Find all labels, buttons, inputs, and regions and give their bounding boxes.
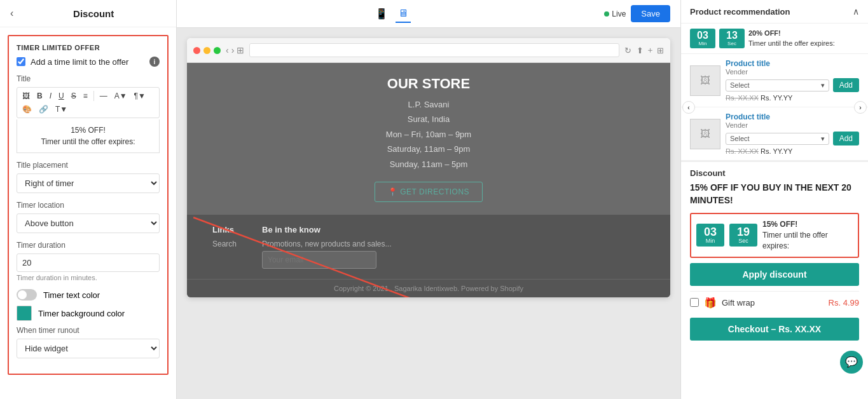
toolbar-strikethrough-btn[interactable]: S	[69, 90, 79, 102]
price-original-1: Rs. XX.XX	[726, 94, 759, 102]
timer-sec-2-number: 19	[734, 226, 752, 238]
share-btn[interactable]: ⬆	[637, 44, 644, 56]
product-prices-2: Rs. XX.XX Rs. YY.YY	[726, 147, 859, 155]
right-panel: Product recommendation ∧ 03 Min 13 Sec 2…	[680, 0, 868, 399]
toolbar-color-fill-btn[interactable]: 🎨	[20, 104, 34, 115]
right-panel-scroll: Product recommendation ∧ 03 Min 13 Sec 2…	[681, 0, 868, 399]
gift-wrap-checkbox[interactable]	[690, 298, 699, 307]
get-directions-btn[interactable]: 📍 GET DIRECTIONS	[375, 182, 483, 202]
title-placement-group: Title placement Right of timer Above tim…	[17, 161, 160, 193]
product-item-1: 🖼 Product title Vender Select ▾ Add Rs. …	[681, 54, 868, 107]
timer-text-1-line2: Timer until the offer expires:	[748, 39, 835, 48]
title-placement-select[interactable]: Right of timer Above timer Below timer	[17, 173, 160, 193]
live-dot	[604, 11, 609, 17]
toolbar-align-btn[interactable]: ≡	[81, 90, 90, 102]
browser-forward-btn[interactable]: ›	[231, 45, 235, 55]
timer-sec-1-unit: Sec	[723, 41, 741, 46]
traffic-light-red[interactable]	[193, 47, 200, 54]
product-title-1[interactable]: Product title	[726, 59, 859, 68]
price-discounted-2: Rs. YY.YY	[761, 147, 792, 155]
timer-min-2-number: 03	[701, 226, 719, 238]
add-time-limit-label: Add a time limit to the offer	[31, 57, 128, 67]
select-label-2: Select	[730, 135, 750, 142]
timer-text-color-toggle[interactable]	[17, 289, 37, 301]
toolbar-italic-btn[interactable]: I	[47, 90, 54, 102]
toolbar-underline-btn[interactable]: U	[56, 90, 67, 102]
title-placement-label: Title placement	[17, 161, 160, 170]
price-discounted-1: Rs. YY.YY	[761, 94, 792, 102]
add-product-btn-2[interactable]: Add	[833, 132, 859, 145]
toolbar-link-btn[interactable]: 🔗	[36, 104, 51, 115]
store-info: L.P. Savani Surat, India Mon – Fri, 10am…	[386, 97, 471, 172]
add-time-limit-row: Add a time limit to the offer i	[17, 57, 160, 67]
title-editor[interactable]: 15% OFF! Timer until the offer expires:	[17, 119, 160, 153]
add-time-limit-checkbox[interactable]	[17, 57, 25, 66]
discount-section: Discount 15% OFF IF YOU BUY IN THE NEXT …	[681, 161, 868, 347]
timer-bg-color-swatch[interactable]	[17, 306, 32, 321]
apply-discount-btn[interactable]: Apply discount	[690, 263, 859, 286]
select-variants-1[interactable]: Select ▾	[726, 79, 829, 91]
price-original-2: Rs. XX.XX	[726, 147, 759, 155]
browser-chrome: ‹ › ⊞ ↻ ⬆ ＋ ⊞	[187, 38, 670, 63]
browser-content: OUR STORE L.P. Savani Surat, India Mon –…	[187, 63, 670, 297]
toolbar-image-btn[interactable]: 🖼	[20, 90, 32, 102]
traffic-light-green[interactable]	[214, 47, 221, 54]
footer-bottom: Copyright © 2021 , Sagarika Identixweb. …	[187, 279, 670, 297]
chat-bubble-area: 💬	[681, 347, 868, 379]
timer-location-group: Timer location Above button Below button	[17, 201, 160, 233]
panel-title: Discount	[21, 8, 166, 19]
product-rec-title: Product recommendation	[690, 7, 790, 17]
footer-links-search: Search	[212, 240, 237, 248]
timer-text-1: 20% OFF! Timer until the offer expires:	[748, 29, 835, 48]
store-name: L.P. Savani	[386, 97, 471, 112]
timer-block-sec-1: 13 Sec	[719, 29, 745, 48]
info-icon[interactable]: i	[149, 57, 160, 67]
timer-duration-input[interactable]	[17, 254, 160, 272]
gift-wrap-label: Gift wrap	[722, 298, 823, 308]
timer-block-sec-2: 19 Sec	[729, 224, 757, 247]
toolbar-text-btn[interactable]: T▼	[53, 104, 70, 115]
chat-bubble[interactable]: 💬	[840, 351, 863, 374]
address-bar[interactable]	[249, 43, 619, 57]
timer-block-min-1: 03 Min	[690, 29, 715, 48]
toolbar-divider-1	[93, 91, 94, 101]
timer-text-2-line1: 15% OFF!	[762, 219, 853, 230]
toolbar-bold-btn[interactable]: B	[34, 90, 45, 102]
timer-widget-top: 03 Min 13 Sec 20% OFF! Timer until the o…	[681, 24, 868, 54]
product-item-2: 🖼 Product title Vender Select ▾ Add Rs. …	[681, 107, 868, 161]
product-prices-1: Rs. XX.XX Rs. YY.YY	[726, 94, 859, 102]
timer-location-select[interactable]: Above button Below button	[17, 213, 160, 233]
toolbar-para-btn[interactable]: ¶▼	[132, 90, 148, 102]
desktop-device-btn[interactable]: 🖥	[396, 5, 411, 23]
browser-expand-btn[interactable]: ⊞	[237, 45, 244, 55]
traffic-light-yellow[interactable]	[203, 47, 210, 54]
discount-heading: Discount	[690, 168, 859, 178]
browser-refresh-btn[interactable]: ↻	[624, 46, 631, 55]
product-vendor-2: Vender	[726, 121, 859, 129]
mobile-device-btn[interactable]: 📱	[373, 5, 390, 22]
when-timer-runout-group: When timer runout Hide widget Show widge…	[17, 326, 160, 358]
when-timer-runout-select[interactable]: Hide widget Show widget	[17, 339, 160, 358]
product-title-2[interactable]: Product title	[726, 112, 859, 121]
browser-back-btn[interactable]: ‹	[226, 45, 229, 55]
more-btn[interactable]: ⊞	[657, 44, 664, 56]
toolbar-font-color-btn[interactable]: A▼	[112, 90, 130, 102]
title-toolbar: 🖼 B I U S ≡ — A▼ ¶▼ 🎨 🔗 T▼	[17, 87, 160, 118]
toolbar-minus-btn[interactable]: —	[97, 90, 110, 102]
traffic-lights	[193, 47, 221, 54]
carousel-prev-btn[interactable]: ‹	[682, 101, 695, 114]
footer-email-input[interactable]	[262, 251, 376, 269]
timer-bg-color-label: Timer background color	[38, 309, 125, 318]
product-variants-row-2: Select ▾ Add	[726, 132, 859, 145]
footer-know-text: Promotions, new products and sales...	[262, 240, 391, 248]
bookmark-btn[interactable]: ＋	[646, 44, 654, 56]
back-button[interactable]: ‹	[10, 8, 13, 19]
checkout-btn[interactable]: Checkout – Rs. XX.XX	[690, 318, 859, 341]
add-product-btn-1[interactable]: Add	[833, 78, 859, 92]
carousel-next-btn[interactable]: ›	[854, 101, 867, 114]
product-rec-chevron[interactable]: ∧	[853, 6, 859, 17]
select-variants-2[interactable]: Select ▾	[726, 133, 829, 145]
product-items-wrapper: 🖼 Product title Vender Select ▾ Add Rs. …	[681, 54, 868, 161]
live-indicator: Live	[604, 10, 626, 18]
save-button[interactable]: Save	[631, 5, 670, 22]
